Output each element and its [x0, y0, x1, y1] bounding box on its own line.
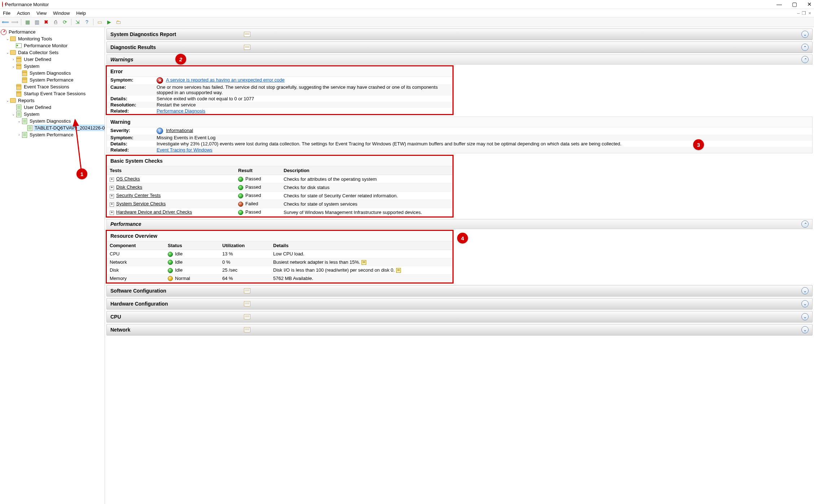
- expand-icon[interactable]: ›: [11, 57, 16, 61]
- diag-results-header[interactable]: Diagnostic Results⌃: [106, 41, 813, 53]
- status-dot-icon: [238, 210, 243, 215]
- expand-toggle-icon[interactable]: ⌄: [801, 31, 809, 38]
- bsc-test-link[interactable]: Disk Checks: [116, 184, 142, 190]
- db-icon: [16, 63, 22, 69]
- monitor-icon: [16, 43, 22, 49]
- menu-window[interactable]: Window: [53, 10, 70, 16]
- back-button[interactable]: ⟸: [1, 18, 9, 26]
- expand-row-icon[interactable]: +: [110, 211, 114, 215]
- menu-action[interactable]: Action: [17, 10, 30, 16]
- tree-dcs-sys-diag[interactable]: System Diagnostics: [0, 70, 105, 76]
- annotation-callout-3: 3: [693, 139, 704, 150]
- tree-root[interactable]: Performance: [0, 29, 105, 35]
- table-icon: [244, 301, 250, 306]
- bsc-test-link[interactable]: Hardware Device and Driver Checks: [116, 209, 192, 215]
- expand-icon[interactable]: ›: [17, 133, 22, 137]
- maximize-button[interactable]: ▢: [792, 1, 797, 8]
- hw-config-header[interactable]: Hardware Configuration⌄: [106, 298, 813, 310]
- collapse-toggle-icon[interactable]: ⌃: [801, 44, 809, 51]
- bsc-title: Basic System Checks: [107, 156, 452, 166]
- tree-ets[interactable]: Event Trace Sessions: [0, 83, 105, 90]
- note-icon[interactable]: [362, 260, 366, 265]
- tree-reports-sys-diag[interactable]: ⌄System Diagnostics: [0, 118, 105, 124]
- mdi-restore-icon[interactable]: ❐: [802, 10, 806, 16]
- note-icon[interactable]: [396, 268, 401, 273]
- forward-button[interactable]: ⟹: [11, 18, 19, 26]
- report-content[interactable]: System Diagnostics Report⌄ Diagnostic Re…: [105, 27, 814, 504]
- toolbar-window-icon[interactable]: ▭: [96, 18, 104, 26]
- bsc-test-link[interactable]: OS Checks: [116, 176, 140, 181]
- collapse-icon[interactable]: ⌄: [5, 98, 10, 102]
- title-bar: Performance Monitor — ▢ ✕: [0, 0, 814, 9]
- expand-toggle-icon[interactable]: ⌄: [801, 326, 809, 333]
- tree-report-instance[interactable]: TABLET-DQ6TVAV9_20241226-000001: [0, 124, 105, 131]
- warning-severity-link[interactable]: Informational: [166, 128, 193, 133]
- toolbar-new-icon[interactable]: ▦: [23, 18, 31, 26]
- collapse-toggle-icon[interactable]: ⌃: [801, 220, 809, 228]
- tree-dcs-user-defined[interactable]: ›User Defined: [0, 56, 105, 63]
- tree-dcs-sys-perf[interactable]: System Performance: [0, 76, 105, 83]
- sw-config-header[interactable]: Software Configuration⌄: [106, 285, 813, 297]
- annotation-arrow-1: [72, 118, 87, 172]
- expand-row-icon[interactable]: +: [110, 202, 114, 207]
- expand-row-icon[interactable]: +: [110, 186, 114, 190]
- menu-help[interactable]: Help: [76, 10, 86, 16]
- collapse-icon[interactable]: ⌄: [11, 64, 16, 68]
- performance-header[interactable]: Performance⌃: [106, 219, 813, 229]
- collapse-icon[interactable]: ⌄: [5, 37, 10, 41]
- expand-toggle-icon[interactable]: ⌄: [801, 287, 809, 294]
- tree-reports-user-defined[interactable]: User Defined: [0, 104, 105, 111]
- bsc-test-link[interactable]: System Service Checks: [116, 201, 166, 206]
- toolbar-folder-icon[interactable]: 🗀: [114, 18, 122, 26]
- collapse-toggle-icon[interactable]: ⌃: [801, 56, 809, 63]
- collapse-icon[interactable]: ⌄: [5, 51, 10, 54]
- toolbar-help-icon[interactable]: ?: [83, 18, 91, 26]
- expand-toggle-icon[interactable]: ⌄: [801, 313, 809, 320]
- toolbar-show-icon[interactable]: ▥: [33, 18, 41, 26]
- table-row: +System Service ChecksFailedChecks for s…: [107, 200, 452, 208]
- warnings-header[interactable]: Warnings⌃ 2: [106, 54, 813, 65]
- tree-startup-ets[interactable]: Startup Event Trace Sessions: [0, 90, 105, 97]
- db-icon: [22, 77, 27, 83]
- toolbar-refresh-icon[interactable]: ⟳: [61, 18, 69, 26]
- network-header[interactable]: Network⌄: [106, 324, 813, 336]
- collapse-icon[interactable]: ⌄: [11, 112, 16, 116]
- expand-row-icon[interactable]: +: [110, 178, 114, 182]
- tree-monitoring-tools[interactable]: ⌄Monitoring Tools: [0, 35, 105, 42]
- toolbar-play-icon[interactable]: ▶: [105, 18, 113, 26]
- navigation-tree[interactable]: Performance ⌄Monitoring Tools Performanc…: [0, 27, 105, 504]
- info-icon: i: [157, 128, 163, 134]
- table-row: MemoryNormal64 %5762 MB Available.: [107, 274, 452, 282]
- toolbar-export-icon[interactable]: ⇲: [74, 18, 82, 26]
- menu-view[interactable]: View: [36, 10, 47, 16]
- error-symptom-link[interactable]: A service is reported as having an unexp…: [166, 77, 285, 83]
- perf-icon: [1, 29, 6, 35]
- collapse-icon[interactable]: ⌄: [17, 119, 22, 123]
- mdi-minimize-icon[interactable]: –: [797, 10, 800, 16]
- toolbar-print-icon[interactable]: ⎙: [52, 18, 60, 26]
- expand-toggle-icon[interactable]: ⌄: [801, 300, 809, 307]
- resov-title: Resource Overview: [107, 231, 452, 241]
- tree-reports[interactable]: ⌄Reports: [0, 97, 105, 104]
- mdi-close-icon[interactable]: ×: [808, 10, 811, 16]
- cpu-header[interactable]: CPU⌄: [106, 311, 813, 323]
- menu-file[interactable]: File: [3, 10, 10, 16]
- tree-reports-sys-perf[interactable]: ›System Performance: [0, 131, 105, 138]
- tree-data-collector-sets[interactable]: ⌄Data Collector Sets: [0, 49, 105, 56]
- close-button[interactable]: ✕: [807, 1, 812, 8]
- status-dot-icon: [238, 193, 243, 198]
- tree-performance-monitor[interactable]: Performance Monitor: [0, 42, 105, 49]
- folder-icon: [10, 98, 16, 104]
- sdr-header[interactable]: System Diagnostics Report⌄: [106, 29, 813, 40]
- tree-dcs-system[interactable]: ⌄System: [0, 63, 105, 70]
- app-icon: [2, 2, 3, 7]
- error-related-link[interactable]: Performance Diagnosis: [157, 108, 205, 114]
- expand-row-icon[interactable]: +: [110, 194, 114, 198]
- table-icon: [244, 288, 250, 293]
- report-icon: [16, 111, 22, 117]
- warning-related-link[interactable]: Event Tracing for Windows: [157, 147, 213, 153]
- tree-reports-system[interactable]: ⌄System: [0, 111, 105, 118]
- toolbar-delete-icon[interactable]: ✖: [42, 18, 50, 26]
- minimize-button[interactable]: —: [776, 1, 782, 8]
- bsc-test-link[interactable]: Security Center Tests: [116, 193, 161, 198]
